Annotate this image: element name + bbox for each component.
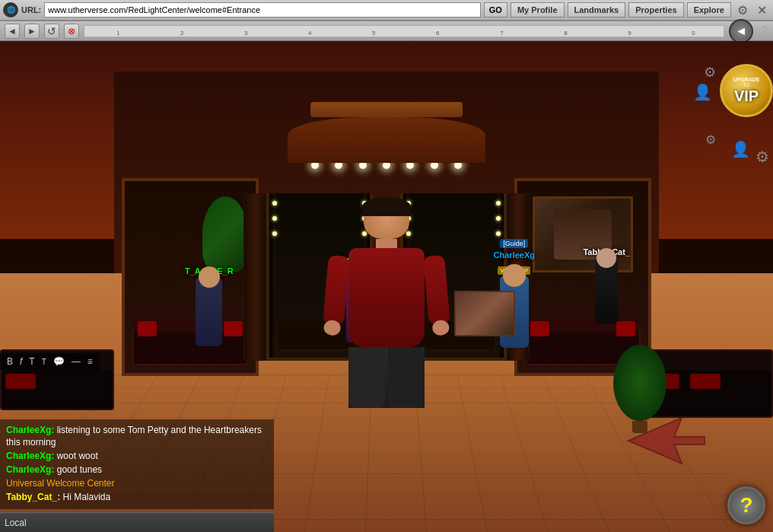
chat-system-text: Universal Welcome Center (6, 478, 115, 489)
back-button[interactable]: ◄ (5, 24, 20, 39)
chat-name-1: CharleeXg: (6, 425, 54, 435)
browser-container: 🌐 URL: GO My Profile Landmarks Propertie… (0, 0, 773, 41)
chat-text-5: Hi Malavida (62, 492, 110, 502)
npc-charlee-body (500, 276, 529, 348)
npc-charlee-name: CharleeXg (491, 250, 537, 260)
npc-tamer-body (196, 278, 222, 346)
avatar-left-hand (323, 320, 342, 336)
vip-upgrade-text: UPGRADE (733, 77, 759, 82)
chat-line-3: CharleeXg: good tunes (6, 464, 268, 476)
ruler-tick-4: 4 (308, 30, 311, 37)
chat-name-5: Tabby_Cat_: (6, 492, 60, 502)
toolbar-icon-chat[interactable]: 💬 (51, 355, 67, 368)
light-cl-1 (272, 201, 277, 205)
chat-line-5: Tabby_Cat_: Hi Malavida (6, 491, 268, 503)
refresh-button[interactable]: ↺ (44, 24, 59, 39)
second-bar: ◄ ► ↺ ⊗ 1 2 3 4 5 6 7 8 9 0 ◄ ? (0, 21, 773, 41)
help-button[interactable]: ? (727, 486, 765, 524)
avatar-left-leg (348, 347, 385, 408)
explore-button[interactable]: Explore (687, 2, 731, 18)
toolbar-icon-menu[interactable]: ≡ (85, 355, 95, 368)
browser-icon: 🌐 (3, 2, 18, 18)
avatar-pants (348, 347, 425, 408)
help-inline-icon[interactable]: ? (761, 24, 768, 38)
help-icon: ? (740, 493, 752, 518)
stop-button[interactable]: ⊗ (64, 24, 79, 39)
avatar-shirt (348, 248, 425, 347)
toolbar-icon-dash[interactable]: — (69, 355, 83, 368)
npc-charlee[interactable]: [Guide] CharleeXg VIP NOW! (491, 235, 537, 348)
game-area[interactable]: T_A_M_E_R darlin_CaRu [Guide] CharleeXg … (0, 41, 773, 532)
vip-vip-text: VIP (734, 88, 759, 105)
ruler-tick-7: 7 (500, 30, 503, 37)
right-cushion-2 (690, 374, 721, 389)
properties-button[interactable]: Properties (628, 2, 683, 18)
npc-tamer[interactable]: T_A_M_E_R (183, 266, 236, 346)
ruler-tick-6: 6 (436, 30, 439, 37)
figure-right-icon: 👤 (731, 140, 750, 158)
chat-name-2: CharleeXg: (6, 451, 54, 461)
top-left-toolbar: B f T T 💬 — ≡ (0, 353, 100, 370)
avatar-head (364, 197, 409, 239)
player-avatar (326, 197, 447, 425)
settings-icon[interactable]: ⚙ (734, 3, 751, 18)
local-bar: Local (0, 512, 274, 532)
ruler-tick-3: 3 (244, 30, 247, 37)
avatar-right-arm (423, 255, 450, 325)
url-label: URL: (21, 5, 41, 14)
avatar-right-hand (432, 320, 450, 336)
ruler-tick-5: 5 (372, 30, 375, 37)
url-input[interactable] (44, 2, 481, 18)
left-cushion-1 (5, 374, 36, 389)
avatar-neck (376, 239, 397, 248)
vip-badge[interactable]: UPGRADE TO VIP (720, 64, 773, 117)
ruler-tick-1: 1 (116, 30, 119, 37)
ruler-bar: 1 2 3 4 5 6 7 8 9 0 (84, 25, 724, 37)
npc-charlee-head (503, 264, 526, 287)
close-icon[interactable]: ✕ (754, 3, 770, 18)
npc-tabby[interactable]: Tabby_Cat_ (581, 247, 632, 323)
gear-icon-bottom-left[interactable]: ⚙ (705, 132, 716, 147)
avatar-hair (362, 197, 411, 216)
chat-line-1: CharleeXg: listening to some Tom Petty a… (6, 424, 268, 448)
palm-left (202, 196, 248, 272)
ruler-tick-0: 0 (692, 30, 695, 37)
forward-button[interactable]: ► (24, 24, 40, 39)
landmarks-button[interactable]: Landmarks (568, 2, 626, 18)
chat-text-3: good tunes (57, 464, 102, 475)
toolbar-icon-t2[interactable]: T (40, 357, 49, 367)
light-cl-3 (272, 231, 277, 236)
toolbar-icon-t1[interactable]: T (27, 355, 37, 368)
avatar-left-arm (323, 255, 350, 325)
vip-to-text: TO (743, 82, 750, 88)
npc-tabby-body (595, 259, 618, 323)
avatar-right-leg (388, 347, 425, 408)
npc-charlee-guide-badge: [Guide] (500, 239, 528, 248)
chat-text-2: woot woot (57, 451, 98, 461)
pillar-left (243, 193, 266, 361)
my-profile-button[interactable]: My Profile (511, 2, 565, 18)
go-button[interactable]: GO (484, 2, 507, 18)
light-cr-4 (496, 201, 501, 205)
toolbar-icon-f[interactable]: f (17, 355, 24, 368)
chat-box: CharleeXg: listening to some Tom Petty a… (0, 419, 274, 509)
npc-tamer-head (199, 266, 220, 288)
chandelier-mid (288, 117, 485, 163)
npc-tabby-head (596, 248, 616, 268)
gear-icon-top-left[interactable]: ⚙ (704, 64, 716, 81)
figure-left-icon: 👤 (693, 83, 712, 101)
chat-name-3: CharleeXg: (6, 464, 54, 475)
light-cl-2 (272, 216, 277, 221)
ruler-tick-8: 8 (564, 30, 567, 37)
back-circle-button[interactable]: ◄ (729, 19, 753, 43)
chandelier-top (310, 102, 463, 117)
browser-bar: 🌐 URL: GO My Profile Landmarks Propertie… (0, 0, 773, 21)
toolbar-icon-b[interactable]: B (5, 355, 15, 368)
ruler-tick-2: 2 (180, 30, 183, 37)
chat-line-4: Universal Welcome Center (6, 477, 268, 489)
plant-leaves-right (613, 345, 666, 421)
ruler-tick-9: 9 (628, 30, 631, 37)
local-label: Local (5, 518, 27, 528)
chandelier (288, 102, 485, 169)
gear-icon-bottom-right[interactable]: ⚙ (756, 148, 769, 166)
